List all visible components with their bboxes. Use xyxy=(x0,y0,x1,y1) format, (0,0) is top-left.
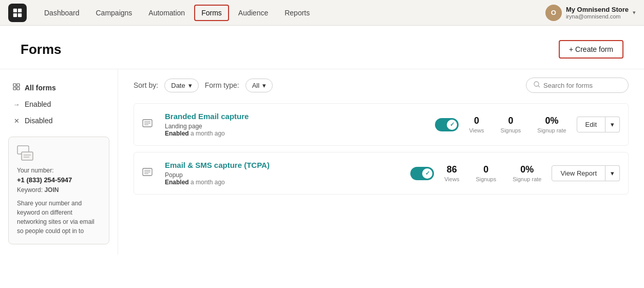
form-item: Email & SMS capture (TCPA) Popup Enabled… xyxy=(134,152,629,195)
views-value: 86 xyxy=(444,164,459,175)
nav-automation[interactable]: Automation xyxy=(141,5,192,21)
sidebar-item-disabled[interactable]: ✕ Disabled xyxy=(8,113,109,128)
create-form-button[interactable]: + Create form xyxy=(559,40,623,59)
views-label: Views xyxy=(444,176,459,182)
form-action-dropdown[interactable]: ▾ xyxy=(605,165,620,181)
form-stats: 0 Views 0 Signups 0% Signup rate xyxy=(469,116,566,133)
form-action-group: Edit ▾ xyxy=(577,117,620,132)
topnav: Dashboard Campaigns Automation Forms Aud… xyxy=(0,0,644,26)
nav-reports[interactable]: Reports xyxy=(277,5,317,21)
search-box[interactable] xyxy=(526,78,629,93)
sidebar-item-enabled[interactable]: → Enabled xyxy=(8,97,109,112)
views-label: Views xyxy=(469,127,484,133)
form-status: Enabled a month ago xyxy=(165,130,225,137)
svg-rect-0 xyxy=(13,8,17,12)
svg-rect-6 xyxy=(13,87,16,90)
form-status: Enabled a month ago xyxy=(165,179,225,186)
user-email: iryna@omnisend.com xyxy=(566,13,629,20)
form-toggle[interactable]: ✓ xyxy=(435,118,459,131)
nav-audience[interactable]: Audience xyxy=(231,5,275,21)
keyword-value: JOIN xyxy=(44,186,59,194)
rate-label: Signup rate xyxy=(537,127,566,133)
signups-value: 0 xyxy=(476,164,496,175)
forms-list: Branded Email capture Landing page Enabl… xyxy=(134,103,629,195)
chevron-down-icon: ▾ xyxy=(633,9,636,16)
keyword-label: Keyword: xyxy=(17,186,43,194)
toggle-knob: ✓ xyxy=(447,120,457,130)
your-number-label: Your number: xyxy=(17,166,101,175)
svg-rect-9 xyxy=(22,152,33,160)
sidebar: All forms → Enabled ✕ Disabled xyxy=(0,69,118,255)
sidebar-enabled-label: Enabled xyxy=(25,100,51,108)
form-stats: 86 Views 0 Signups 0% Signup rate xyxy=(444,164,541,182)
page-title: Forms xyxy=(21,42,61,57)
search-icon xyxy=(534,81,540,89)
stat-views: 0 Views xyxy=(469,116,484,133)
sms-card-icon xyxy=(17,145,101,161)
form-type: Popup xyxy=(165,171,183,179)
search-input[interactable] xyxy=(543,82,621,89)
svg-rect-5 xyxy=(17,84,20,86)
sms-card-content: Your number: +1 (833) 254-5947 Keyword: … xyxy=(17,166,101,236)
rate-value: 0% xyxy=(513,164,541,175)
user-menu[interactable]: O My Omnisend Store iryna@omnisend.com ▾ xyxy=(545,5,636,21)
form-name[interactable]: Email & SMS capture (TCPA) xyxy=(165,161,400,169)
nav-campaigns[interactable]: Campaigns xyxy=(89,5,140,21)
sidebar-item-all-forms[interactable]: All forms xyxy=(8,80,109,95)
sort-by-value: Date xyxy=(171,82,185,89)
rate-value: 0% xyxy=(537,116,566,126)
sort-by-label: Sort by: xyxy=(134,81,158,89)
form-name[interactable]: Branded Email capture xyxy=(165,112,425,121)
svg-point-12 xyxy=(534,82,539,86)
form-item: Branded Email capture Landing page Enabl… xyxy=(134,103,629,146)
svg-rect-1 xyxy=(18,8,22,12)
stat-signup-rate: 0% Signup rate xyxy=(513,164,541,182)
views-value: 0 xyxy=(469,116,484,126)
form-type-icon xyxy=(142,168,155,179)
form-type-label: Form type: xyxy=(205,81,239,89)
nav-dashboard[interactable]: Dashboard xyxy=(37,5,87,21)
form-meta: Landing page Enabled a month ago xyxy=(165,123,425,137)
page-header: Forms + Create form xyxy=(0,26,644,69)
logo[interactable] xyxy=(8,4,27,22)
form-info: Branded Email capture Landing page Enabl… xyxy=(165,112,425,137)
sort-by-select[interactable]: Date ▾ xyxy=(164,79,198,92)
sms-card-description: Share your number and keyword on differe… xyxy=(17,199,101,236)
nav-forms[interactable]: Forms xyxy=(194,5,229,21)
form-toggle[interactable]: ✓ xyxy=(410,167,434,180)
user-name: My Omnisend Store xyxy=(566,6,629,13)
sidebar-all-forms-label: All forms xyxy=(25,84,56,92)
x-icon: ✕ xyxy=(12,117,21,125)
sort-chevron-icon: ▾ xyxy=(188,82,192,89)
filters-bar: Sort by: Date ▾ Form type: All ▾ xyxy=(134,78,629,93)
form-type-value: All xyxy=(252,82,259,89)
main-content: Forms + Create form All forms → Enable xyxy=(0,26,644,288)
right-panel: Sort by: Date ▾ Form type: All ▾ xyxy=(118,69,644,255)
svg-rect-4 xyxy=(13,84,16,86)
toggle-knob: ✓ xyxy=(422,168,432,179)
form-type-select[interactable]: All ▾ xyxy=(245,79,273,92)
form-action-button[interactable]: View Report xyxy=(552,165,605,181)
arrow-right-icon: → xyxy=(12,101,21,108)
rate-label: Signup rate xyxy=(513,176,541,182)
nav-links: Dashboard Campaigns Automation Forms Aud… xyxy=(37,5,545,21)
stat-signups: 0 Signups xyxy=(476,164,496,182)
keyword-row: Keyword: JOIN xyxy=(17,185,101,195)
signups-value: 0 xyxy=(501,116,521,126)
content-area: All forms → Enabled ✕ Disabled xyxy=(0,69,644,255)
check-icon: ✓ xyxy=(450,121,454,128)
form-action-dropdown[interactable]: ▾ xyxy=(605,117,620,132)
svg-line-13 xyxy=(538,86,540,87)
grid-icon xyxy=(12,83,21,92)
form-type-icon xyxy=(142,119,155,130)
avatar: O xyxy=(545,5,562,21)
signups-label: Signups xyxy=(501,127,521,133)
stat-signups: 0 Signups xyxy=(501,116,521,133)
form-action-button[interactable]: Edit xyxy=(577,117,605,132)
form-type: Landing page xyxy=(165,123,202,130)
phone-number: +1 (833) 254-5947 xyxy=(17,175,101,185)
form-info: Email & SMS capture (TCPA) Popup Enabled… xyxy=(165,161,400,186)
svg-rect-3 xyxy=(18,13,22,16)
sms-card: Your number: +1 (833) 254-5947 Keyword: … xyxy=(8,137,109,244)
svg-rect-7 xyxy=(17,87,20,90)
